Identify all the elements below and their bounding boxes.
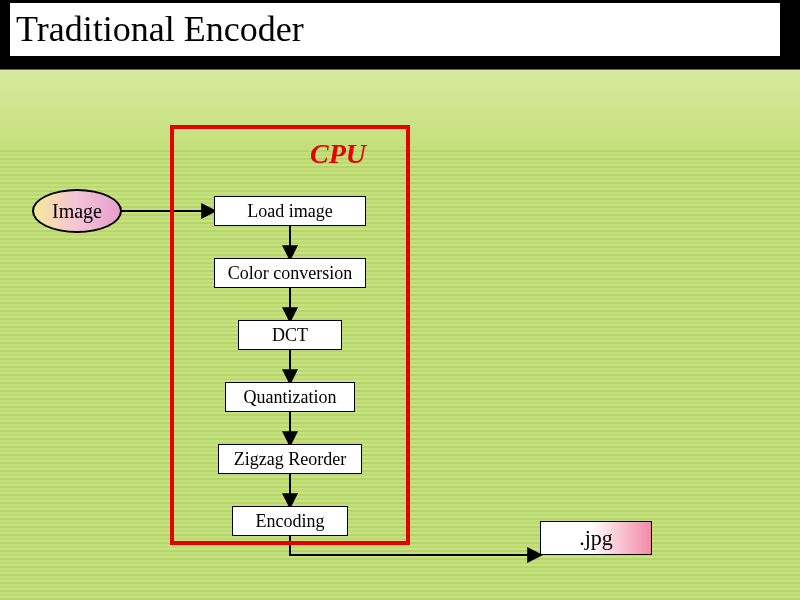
image-input-node: Image xyxy=(32,189,122,233)
output-jpg-node: .jpg xyxy=(540,521,652,555)
step-quantization: Quantization xyxy=(225,382,355,412)
image-input-label: Image xyxy=(52,200,102,223)
header-bar: Traditional Encoder xyxy=(0,0,800,70)
step-encoding: Encoding xyxy=(232,506,348,536)
step-color-conversion: Color conversion xyxy=(214,258,366,288)
step-label: Load image xyxy=(247,201,332,222)
output-jpg-label: .jpg xyxy=(579,525,613,551)
slide-title: Traditional Encoder xyxy=(10,3,780,56)
step-label: Color conversion xyxy=(228,263,352,284)
step-label: Encoding xyxy=(256,511,325,532)
step-label: Quantization xyxy=(244,387,337,408)
step-label: Zigzag Reorder xyxy=(234,449,346,470)
step-load-image: Load image xyxy=(214,196,366,226)
cpu-label: CPU xyxy=(310,138,366,170)
step-label: DCT xyxy=(272,325,308,346)
step-zigzag-reorder: Zigzag Reorder xyxy=(218,444,362,474)
step-dct: DCT xyxy=(238,320,342,350)
